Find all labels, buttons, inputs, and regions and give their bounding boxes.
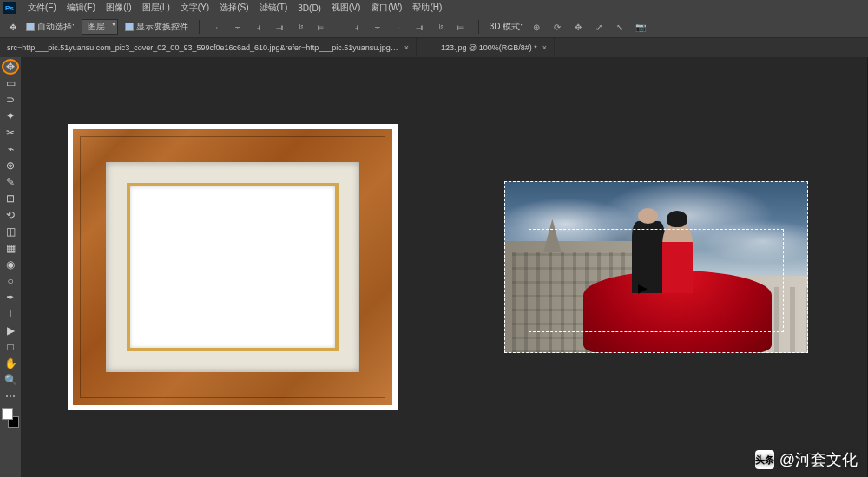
distribute-4-icon[interactable]: ⫣ [412,20,426,34]
canvas-right[interactable]: ▶ [444,57,868,477]
align-bottom-icon[interactable]: ⫞ [252,20,266,34]
hand-tool[interactable]: ✋ [2,356,19,371]
3d-slide-icon[interactable]: ⤢ [592,20,606,34]
menu-edit[interactable]: 编辑(E) [62,2,101,14]
eraser-tool[interactable]: ◫ [2,224,19,239]
align-right-icon[interactable]: ⫢ [314,20,328,34]
menu-filter[interactable]: 滤镜(T) [254,2,293,14]
marquee-tool[interactable]: ▭ [2,75,19,91]
watermark: 头条 @河套文化 [755,449,858,470]
zoom-tool[interactable]: 🔍 [2,372,19,388]
path-select-tool[interactable]: ▶ [2,323,19,338]
dodge-tool[interactable]: ○ [2,273,19,289]
canvas-area: ▶ [21,57,868,477]
crop-tool[interactable]: ✂ [2,125,19,140]
gradient-tool[interactable]: ▦ [2,240,19,256]
menu-type[interactable]: 文字(Y) [175,2,214,14]
close-icon[interactable]: × [542,43,547,52]
align-left-icon[interactable]: ⫣ [273,20,286,34]
menu-view[interactable]: 视图(V) [326,2,365,14]
show-transform-label: 显示变换控件 [136,22,188,31]
move-tool-icon: ✥ [7,21,19,33]
pen-tool[interactable]: ✒ [2,290,19,305]
tab-123-image[interactable]: 123.jpg @ 100%(RGB/8#) * × [434,38,555,57]
mode-3d-label: 3D 模式: [490,21,523,33]
menu-file[interactable]: 文件(F) [23,2,62,14]
ps-logo: Ps [3,2,16,14]
distribute-2-icon[interactable]: ⫟ [371,20,385,34]
rectangle-tool[interactable]: □ [2,339,19,355]
canvas-left[interactable] [21,57,444,477]
menu-layer[interactable]: 图层(L) [137,2,175,14]
distribute-1-icon[interactable]: ⫞ [350,20,364,34]
align-vcenter-icon[interactable]: ⫟ [231,20,245,34]
tools-panel: ✥ ▭ ⊃ ✦ ✂ ⌁ ⊛ ✎ ⊡ ⟲ ◫ ▦ ◉ ○ ✒ T ▶ □ ✋ 🔍 … [0,57,21,477]
type-tool[interactable]: T [2,306,19,322]
menu-select[interactable]: 选择(S) [214,2,253,14]
3d-camera-icon[interactable]: 📷 [634,20,648,34]
watermark-text: @河套文化 [779,449,858,470]
3d-orbit-icon[interactable]: ⊕ [529,20,543,34]
options-bar: ✥ 自动选择: 图层 显示变换控件 ⫠ ⫟ ⫞ ⫣ ⫡ ⫢ ⫞ ⫟ ⫠ ⫣ ⫡ … [0,16,868,38]
distribute-3-icon[interactable]: ⫠ [391,20,405,34]
brush-tool[interactable]: ✎ [2,174,19,190]
blur-tool[interactable]: ◉ [2,257,19,272]
align-hcenter-icon[interactable]: ⫡ [293,20,307,34]
menu-bar: Ps 文件(F) 编辑(E) 图像(I) 图层(L) 文字(Y) 选择(S) 滤… [0,0,868,16]
menu-help[interactable]: 帮助(H) [407,2,447,14]
3d-roll-icon[interactable]: ⟳ [550,20,564,34]
healing-tool[interactable]: ⊛ [2,158,19,173]
distribute-6-icon[interactable]: ⫢ [454,20,468,34]
stamp-tool[interactable]: ⊡ [2,191,19,206]
auto-select-label: 自动选择: [37,22,75,31]
3d-scale-icon[interactable]: ⤡ [613,20,627,34]
menu-image[interactable]: 图像(I) [101,2,136,14]
align-top-icon[interactable]: ⫠ [210,20,224,34]
document-tabs: src=http___pic.51yuansu.com_pic3_cover_0… [0,38,868,57]
color-swatches[interactable] [2,408,19,428]
distribute-5-icon[interactable]: ⫡ [433,20,447,34]
auto-select-checkbox[interactable] [26,23,35,31]
lasso-tool[interactable]: ⊃ [2,92,19,108]
edit-toolbar[interactable]: ⋯ [2,389,19,404]
show-transform-checkbox[interactable] [125,23,134,31]
magic-wand-tool[interactable]: ✦ [2,108,19,124]
auto-select-dropdown[interactable]: 图层 [82,19,118,35]
menu-3d[interactable]: 3D(D) [293,3,326,13]
close-icon[interactable]: × [404,43,409,52]
divider [339,20,339,34]
divider [478,20,479,34]
wedding-photo: ▶ [504,181,808,353]
move-tool[interactable]: ✥ [2,59,19,75]
tab-label: src=http___pic.51yuansu.com_pic3_cover_0… [7,43,399,52]
history-brush-tool[interactable]: ⟲ [2,207,19,223]
workspace: ✥ ▭ ⊃ ✦ ✂ ⌁ ⊛ ✎ ⊡ ⟲ ◫ ▦ ◉ ○ ✒ T ▶ □ ✋ 🔍 … [0,57,868,477]
picture-frame [68,124,398,410]
divider [199,20,200,34]
foreground-color[interactable] [2,408,13,420]
tab-label: 123.jpg @ 100%(RGB/8#) * [441,43,537,52]
watermark-logo: 头条 [755,450,774,469]
menu-window[interactable]: 窗口(W) [365,2,407,14]
tab-frame-image[interactable]: src=http___pic.51yuansu.com_pic3_cover_0… [0,38,417,57]
3d-pan-icon[interactable]: ✥ [571,20,585,34]
eyedropper-tool[interactable]: ⌁ [2,141,19,157]
